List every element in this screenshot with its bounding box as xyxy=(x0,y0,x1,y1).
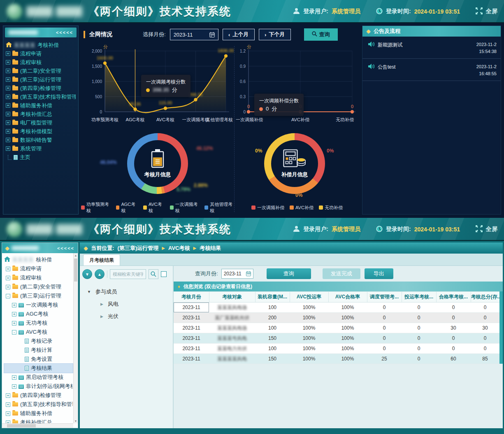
collapse-arrows-icon[interactable]: <<<<< xyxy=(57,246,74,251)
sidebar-item-home-page[interactable]: 主页 xyxy=(6,153,76,162)
sidebar-item[interactable]: +(第四章)检修管理 xyxy=(4,391,73,400)
legend-item[interactable]: AGC考核 xyxy=(116,201,138,214)
next-month-button[interactable]: ›下个月 xyxy=(259,29,291,40)
collapse-arrows-icon[interactable]: <<<<< xyxy=(56,30,73,35)
column-header[interactable]: 合格率考核... xyxy=(436,292,471,302)
column-header[interactable]: 考核对象 xyxy=(209,292,255,302)
expand-icon[interactable]: + xyxy=(6,411,10,416)
table-row[interactable]: 2023-11某某某风电场100100%100%003030 xyxy=(174,323,499,333)
expand-icon[interactable]: + xyxy=(6,285,10,289)
table-row[interactable]: 2023-11某某某风电场100100%100%0000 xyxy=(174,302,499,313)
column-header[interactable]: 考核总分(存... xyxy=(471,292,499,302)
column-header[interactable]: AVC投运率 xyxy=(290,292,328,302)
expand-icon[interactable]: + xyxy=(6,60,10,65)
sidebar-root[interactable]: 某某某某 考核补偿 xyxy=(6,41,76,49)
chevron-down-icon[interactable]: ▼ xyxy=(87,290,91,294)
horizontal-scrollbar[interactable] xyxy=(2,423,73,428)
expand-icon[interactable]: - xyxy=(6,294,10,298)
sidebar-item[interactable]: +AGC考核 xyxy=(4,309,73,319)
sidebar-item[interactable]: +电厂模型管理 xyxy=(6,118,76,127)
expand-icon[interactable]: + xyxy=(12,321,16,326)
sidebar-item[interactable]: +考核补偿汇总 xyxy=(6,110,76,118)
search-icon[interactable] xyxy=(149,269,158,279)
expand-icon[interactable]: + xyxy=(6,77,10,82)
expand-icon[interactable]: + xyxy=(6,95,10,99)
sidebar-header[interactable]: ◆ <<<<< xyxy=(2,243,78,253)
sidebar-item[interactable]: +(第四章)检修管理 xyxy=(6,84,76,92)
sidebar-item[interactable]: +无功考核 xyxy=(4,319,73,328)
expand-icon[interactable]: + xyxy=(12,312,16,316)
chevron-right-icon[interactable]: ▶ xyxy=(100,314,103,319)
sidebar-item[interactable]: +流程审核 xyxy=(4,273,73,282)
sidebar-item[interactable]: +辅助服务补偿 xyxy=(4,409,73,418)
column-header[interactable]: AVC合格率 xyxy=(328,292,367,302)
expand-icon[interactable]: + xyxy=(6,120,10,125)
sidebar-item[interactable]: +流程申请 xyxy=(6,49,76,58)
expand-icon[interactable]: + xyxy=(6,393,10,398)
expand-icon[interactable]: + xyxy=(6,267,10,271)
expand-icon[interactable]: + xyxy=(6,69,10,73)
sidebar-item[interactable]: 考核结果 xyxy=(4,364,73,373)
breadcrumb-part[interactable]: 考核结果 xyxy=(200,245,221,252)
export-button[interactable]: 导出 xyxy=(365,268,393,279)
sidebar-item[interactable]: +(第三章)运行管理 xyxy=(6,75,76,84)
month-picker[interactable]: 2023-11 xyxy=(170,29,218,40)
expand-icon[interactable]: - xyxy=(12,330,16,335)
expand-icon[interactable]: + xyxy=(6,51,10,56)
calendar-icon[interactable] xyxy=(246,271,251,276)
table-row[interactable]: 2023-11某厂某某机光伏200100%100%0000 xyxy=(174,313,499,323)
vertical-scrollbar[interactable]: ▲▼ xyxy=(73,253,78,423)
sidebar-item[interactable]: +(第五章)技术指导和管理 xyxy=(4,400,73,409)
sidebar-item[interactable]: -(第三章)运行管理 xyxy=(4,291,73,300)
members-item-风电[interactable]: ▶风电 xyxy=(82,298,170,310)
table-scrollbar[interactable] xyxy=(499,291,503,364)
column-header[interactable]: 考核月份 xyxy=(174,292,209,302)
expand-icon[interactable]: + xyxy=(6,86,10,90)
fullscreen-label[interactable]: 全屏 xyxy=(486,8,497,15)
sidebar-item[interactable]: +(第五章)技术指导和管理 xyxy=(6,92,76,101)
prev-month-button[interactable]: ‹上个月 xyxy=(223,29,255,40)
sidebar-item[interactable]: +考核补偿模型 xyxy=(6,127,76,136)
expand-all-button[interactable]: ▲ xyxy=(95,269,105,279)
sidebar-item[interactable]: 考核记录 xyxy=(4,337,73,346)
query-button[interactable]: 查询 xyxy=(267,268,311,279)
legend-item[interactable]: 功率预测考核 xyxy=(81,201,111,214)
sidebar-item[interactable]: +(第二章)安全管理 xyxy=(4,282,73,291)
breadcrumb-part[interactable]: AVC考核 xyxy=(168,245,190,252)
expand-icon[interactable]: + xyxy=(6,146,10,151)
members-item-光伏[interactable]: ▶光伏 xyxy=(82,310,170,323)
sidebar-item[interactable]: +(第二章)安全管理 xyxy=(6,67,76,75)
sidebar-item[interactable]: +辅助服务补偿 xyxy=(6,101,76,110)
search-input[interactable] xyxy=(110,269,146,279)
fullscreen-label[interactable]: 全屏 xyxy=(486,226,497,233)
expand-icon[interactable]: + xyxy=(6,112,10,116)
table-row[interactable]: 2023-11某某某某风电150100%100%2506085 xyxy=(174,354,499,364)
column-header[interactable]: 装机容量(M... xyxy=(255,292,290,302)
chevron-right-icon[interactable]: ▶ xyxy=(100,302,103,306)
members-root[interactable]: ▼参与成员 xyxy=(82,286,170,298)
column-header[interactable]: 调度管理考... xyxy=(367,292,402,302)
expand-icon[interactable]: + xyxy=(12,303,16,307)
send-complete-button[interactable]: 发送完成 xyxy=(323,268,360,279)
fullscreen-icon[interactable] xyxy=(476,225,483,233)
announcement-item[interactable]: 公告test2023-11-216:48:55 xyxy=(362,59,501,81)
expand-icon[interactable]: + xyxy=(6,129,10,134)
expand-icon[interactable]: + xyxy=(12,384,16,389)
collapse-all-button[interactable]: ▼ xyxy=(82,269,92,279)
sidebar-root[interactable]: 某某某某 核补偿 xyxy=(4,255,73,264)
sidebar-item[interactable]: +黑启动管理考核 xyxy=(4,373,73,382)
legend-item[interactable]: 其他管理考核 xyxy=(204,201,234,214)
legend-item[interactable]: 一次调频考核 xyxy=(170,201,200,214)
legend-item[interactable]: AVC考核 xyxy=(143,201,165,214)
sidebar-header[interactable]: <<<<< xyxy=(5,28,77,37)
sidebar-item[interactable]: +一次调频考核 xyxy=(4,300,73,309)
legend-item[interactable]: 无功补偿 xyxy=(319,205,343,211)
sidebar-item[interactable]: +流程审核 xyxy=(6,58,76,67)
sidebar-item[interactable]: +流程申请 xyxy=(4,264,73,273)
sidebar-item[interactable]: +非计划停运/脱网考核 xyxy=(4,382,73,391)
sidebar-item[interactable]: +系统管理 xyxy=(6,144,76,153)
legend-item[interactable]: AVC补偿 xyxy=(290,205,314,211)
calendar-icon[interactable] xyxy=(209,32,215,37)
legend-item[interactable]: 一次调频补偿 xyxy=(251,205,284,211)
announcement-item[interactable]: 新能源测试2023-11-215:54:38 xyxy=(362,37,501,59)
